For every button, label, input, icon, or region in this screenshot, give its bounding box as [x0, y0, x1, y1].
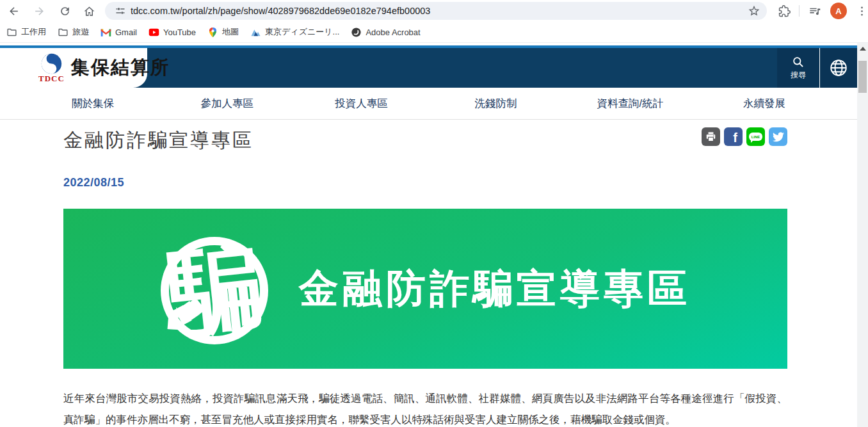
- bookmark-label: 東京ディズニーリ...: [265, 26, 339, 38]
- home-icon[interactable]: [82, 4, 96, 18]
- bookmark-label: YouTube: [163, 28, 196, 37]
- header-tools: 搜尋: [777, 48, 857, 88]
- forward-icon[interactable]: [32, 4, 46, 18]
- tdcc-logo-icon: [41, 53, 62, 74]
- bookmark-tokyo-disney[interactable]: 東京ディズニーリ...: [250, 26, 339, 38]
- tdcc-logo-mark: TDCC: [38, 53, 65, 83]
- nav-item-participants[interactable]: 參加人專區: [160, 97, 294, 111]
- extensions-icon[interactable]: [777, 4, 791, 18]
- profile-avatar[interactable]: A: [830, 3, 847, 19]
- page-scrollbar[interactable]: [857, 43, 868, 427]
- scrollbar-thumb[interactable]: [858, 61, 867, 93]
- address-bar[interactable]: tdcc.com.tw/portal/zh/page/show/40289796…: [105, 2, 767, 20]
- nav-item-data-query[interactable]: 資料查詢/統計: [563, 97, 697, 111]
- gmail-icon: [100, 27, 111, 38]
- bookmark-adobe-acrobat[interactable]: Adobe Acrobat: [351, 27, 420, 38]
- globe-icon: [829, 58, 848, 77]
- twitter-share-button[interactable]: [769, 127, 787, 146]
- page-content: 金融防詐騙宣導專區 f LINE: [0, 120, 857, 427]
- twitter-icon: [773, 131, 784, 143]
- avatar-letter: A: [835, 6, 841, 16]
- printer-icon: [705, 131, 717, 143]
- stamp-character: 騙: [163, 239, 267, 343]
- line-icon: LINE: [749, 133, 762, 141]
- folder-icon: [6, 27, 17, 38]
- bookmark-star-icon[interactable]: [748, 4, 760, 17]
- bookmark-youtube[interactable]: YouTube: [149, 27, 196, 38]
- logo-name: 集保結算所: [71, 55, 170, 81]
- nav-item-aml[interactable]: 洗錢防制: [428, 97, 563, 111]
- banner-heading: 金融防詐騙宣導專區: [299, 262, 691, 316]
- article-paragraph: 近年來台灣股市交易投資熱絡，投資詐騙訊息滿天飛，騙徒透過電話、簡訊、通訊軟體、社…: [63, 388, 787, 427]
- print-button[interactable]: [702, 127, 720, 146]
- browser-toolbar: tdcc.com.tw/portal/zh/page/show/40289796…: [0, 0, 868, 22]
- search-button[interactable]: 搜尋: [777, 48, 819, 88]
- site-page: TDCC 集保結算所 搜尋: [0, 43, 857, 427]
- publish-date: 2022/08/15: [63, 176, 857, 189]
- nav-item-about[interactable]: 關於集保: [26, 97, 160, 111]
- google-maps-icon: [207, 27, 218, 38]
- bookmark-label: Adobe Acrobat: [366, 28, 420, 37]
- bookmark-folder-travel[interactable]: 旅遊: [58, 26, 89, 38]
- bookmark-label: Gmail: [115, 28, 137, 37]
- site-header: TDCC 集保結算所 搜尋: [0, 48, 857, 88]
- bookmark-label: 工作用: [21, 26, 46, 38]
- logo-acronym: TDCC: [38, 74, 65, 83]
- url-text[interactable]: tdcc.com.tw/portal/zh/page/show/40289796…: [131, 6, 748, 16]
- folder-icon: [58, 27, 68, 38]
- adobe-acrobat-icon: [351, 27, 362, 38]
- main-nav: 關於集保 參加人專區 投資人專區 洗錢防制 資料查詢/統計 永續發展: [0, 88, 857, 120]
- bookmarks-bar: 工作用 旅遊 Gmail YouTube 地圖: [0, 22, 868, 43]
- bookmark-label: 地圖: [222, 26, 239, 38]
- bookmark-folder-work[interactable]: 工作用: [6, 26, 46, 38]
- search-label: 搜尋: [791, 70, 806, 81]
- share-buttons: f LINE: [698, 127, 787, 146]
- facebook-share-button[interactable]: f: [724, 127, 743, 146]
- back-icon[interactable]: [6, 4, 20, 18]
- site-favicon-icon: [250, 27, 261, 38]
- site-logo[interactable]: TDCC 集保結算所: [0, 48, 147, 88]
- scroll-up-arrow[interactable]: [857, 43, 868, 54]
- search-icon: [792, 56, 805, 68]
- fraud-stamp-icon: 騙: [161, 237, 268, 344]
- banner-image: 騙 金融防詐騙宣導專區: [63, 209, 787, 369]
- bookmark-label: 旅遊: [72, 26, 89, 38]
- browser-menu-icon[interactable]: [855, 4, 868, 18]
- media-controls-icon[interactable]: [807, 4, 821, 18]
- toolbar-divider: [799, 5, 800, 17]
- reload-icon[interactable]: [58, 4, 72, 18]
- facebook-icon: f: [733, 129, 737, 146]
- youtube-icon: [149, 27, 159, 38]
- bookmark-gmail[interactable]: Gmail: [100, 27, 137, 38]
- line-share-button[interactable]: LINE: [746, 127, 765, 146]
- site-settings-icon[interactable]: [115, 6, 125, 16]
- nav-item-investors[interactable]: 投資人專區: [294, 97, 429, 111]
- language-button[interactable]: [820, 48, 857, 88]
- nav-item-sustainability[interactable]: 永續發展: [697, 97, 832, 111]
- bookmark-maps[interactable]: 地圖: [207, 26, 239, 38]
- page-title: 金融防詐騙宣導專區: [63, 127, 787, 154]
